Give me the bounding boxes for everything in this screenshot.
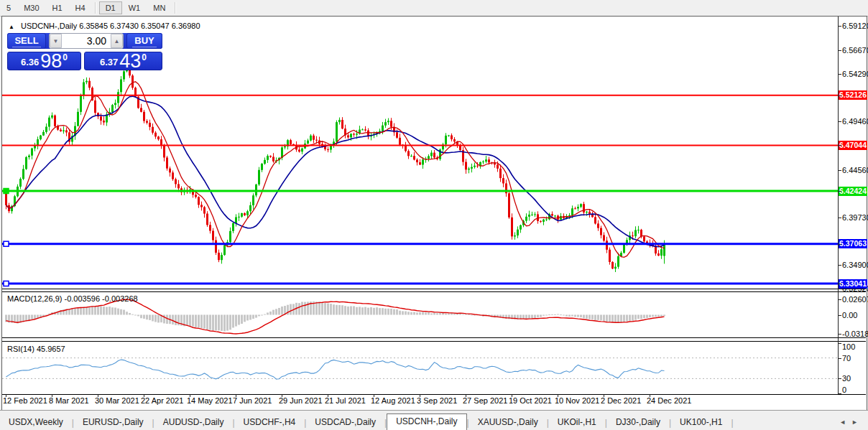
timeframe-button-d1[interactable]: D1 <box>99 1 122 14</box>
macd-histogram-bar <box>223 315 226 332</box>
timeframe-button-m30[interactable]: M30 <box>17 1 45 14</box>
macd-histogram-bar <box>563 315 565 316</box>
candle-body <box>131 75 134 88</box>
macd-histogram-bar <box>154 315 157 322</box>
date-axis-tick <box>52 394 52 397</box>
candle-body <box>336 122 338 141</box>
rsi-axis-label: 30 <box>842 374 851 383</box>
price-axis-label: 6.39730 <box>842 213 868 222</box>
chart-tab-uk100-h1[interactable]: UK100-,H1 <box>671 415 731 429</box>
timeframe-toolbar: 5M30H1H4D1W1MN <box>0 0 868 17</box>
date-axis-tick <box>374 394 374 397</box>
macd-histogram-bar <box>315 302 318 314</box>
candle-body <box>244 213 246 215</box>
sell-price-display[interactable]: 6.36 98 0 <box>7 52 81 70</box>
tab-scroll-right-icon[interactable]: ► <box>851 419 864 426</box>
date-axis-tick <box>512 394 512 397</box>
candle-body <box>361 129 364 130</box>
macd-histogram-bar <box>445 314 447 315</box>
macd-histogram-bar <box>410 312 412 315</box>
price-axis-label: 6.44560 <box>842 166 868 174</box>
macd-histogram-bar <box>120 309 122 315</box>
pane-separator[interactable] <box>2 341 866 342</box>
macd-histogram-bar <box>614 315 617 322</box>
chart-tab-usdcnh-daily[interactable]: USDCNH-,Daily <box>387 413 466 430</box>
sell-price-pipette: 0 <box>63 52 68 62</box>
macd-histogram-bar <box>298 303 300 314</box>
pane-separator[interactable] <box>2 289 866 289</box>
macd-histogram-bar <box>356 307 358 315</box>
line-drag-handle[interactable] <box>4 241 9 246</box>
macd-histogram-bar <box>603 315 605 322</box>
macd-histogram-bar <box>606 315 608 322</box>
macd-histogram-bar <box>557 314 559 314</box>
price-axis-label: 6.49460 <box>842 117 868 126</box>
chart-tab-eurusd-daily[interactable]: EURUSD-,Daily <box>74 415 152 429</box>
rsi-indicator-plot[interactable] <box>2 342 838 394</box>
timeframe-button-w1[interactable]: W1 <box>122 1 147 14</box>
date-axis-tick <box>282 394 282 397</box>
volume-input[interactable]: 3.00 <box>62 34 111 48</box>
macd-histogram-bar <box>97 307 99 315</box>
macd-histogram-bar <box>407 312 410 314</box>
candle-body <box>315 140 318 141</box>
chart-tab-dj30-daily[interactable]: DJ30-,Daily <box>607 415 669 429</box>
sell-button[interactable]: SELL <box>7 33 46 49</box>
chart-tab-usdcad-daily[interactable]: USDCAD-,Daily <box>306 415 384 429</box>
candle-body <box>117 92 119 103</box>
candle-body <box>28 156 30 157</box>
timeframe-button-5[interactable]: 5 <box>0 1 17 14</box>
date-axis-label: 19 Oct 2021 <box>509 396 552 405</box>
price-level-badge: 6.42424 <box>839 187 867 196</box>
candle-body <box>640 230 642 236</box>
macd-histogram-bar <box>623 315 625 322</box>
chart-tab-usdchf-h4[interactable]: USDCHF-,H4 <box>235 415 305 429</box>
candle-body <box>120 80 122 93</box>
candle-body <box>451 136 453 140</box>
chart-bottom-border <box>2 394 866 395</box>
date-axis-label: 10 Nov 2021 <box>555 396 599 405</box>
macd-histogram-bar <box>531 315 533 319</box>
candle-body <box>525 217 527 221</box>
macd-histogram-bar <box>551 314 553 315</box>
macd-histogram-bar <box>433 313 435 315</box>
pane-separator[interactable] <box>2 337 866 338</box>
candle-body <box>94 101 96 113</box>
buy-button[interactable]: BUY <box>126 33 162 49</box>
macd-histogram-bar <box>258 315 260 317</box>
chart-tab-audusd-daily[interactable]: AUDUSD-,Daily <box>154 415 233 429</box>
candle-body <box>571 208 573 215</box>
chart-tab-xauusd-daily[interactable]: XAUUSD-,Daily <box>469 415 547 429</box>
candle-body <box>445 136 447 144</box>
price-level-badge: 6.52126 <box>839 90 867 100</box>
volume-decrease-button[interactable]: ▼ <box>50 34 62 48</box>
candle-body <box>433 153 435 158</box>
timeframe-button-mn[interactable]: MN <box>147 1 172 14</box>
rsi-axis-label: 0 <box>842 385 846 394</box>
line-drag-handle[interactable] <box>4 189 9 194</box>
candle-body <box>80 95 82 112</box>
collapse-triangle-icon[interactable]: ▲ <box>9 24 14 30</box>
volume-increase-button[interactable]: ▲ <box>111 34 123 48</box>
macd-histogram-bar <box>387 309 389 315</box>
candle-body <box>413 156 415 159</box>
timeframe-button-h1[interactable]: H1 <box>46 1 69 14</box>
macd-histogram-bar <box>462 314 464 315</box>
macd-histogram-bar <box>361 307 364 314</box>
timeframe-button-h4[interactable]: H4 <box>69 1 92 14</box>
buy-price-display[interactable]: 6.37 43 0 <box>84 52 162 70</box>
chart-tab-usdx-weekly[interactable]: USDX,Weekly <box>0 415 72 429</box>
chart-tab-ukoil-h1[interactable]: UKOil-,H1 <box>549 415 605 429</box>
line-drag-handle[interactable] <box>4 281 9 286</box>
macd-histogram-bar <box>528 315 530 319</box>
candle-body <box>175 179 177 184</box>
candle-body <box>111 105 114 112</box>
candle-body <box>606 240 608 249</box>
macd-histogram-bar <box>232 315 234 328</box>
candle-body <box>583 204 585 212</box>
macd-histogram-bar <box>333 304 335 314</box>
candle-body <box>252 195 254 205</box>
candle-body <box>528 215 530 217</box>
candle-body <box>272 156 274 161</box>
tab-scroll-left-icon[interactable]: ◄ <box>839 419 851 426</box>
